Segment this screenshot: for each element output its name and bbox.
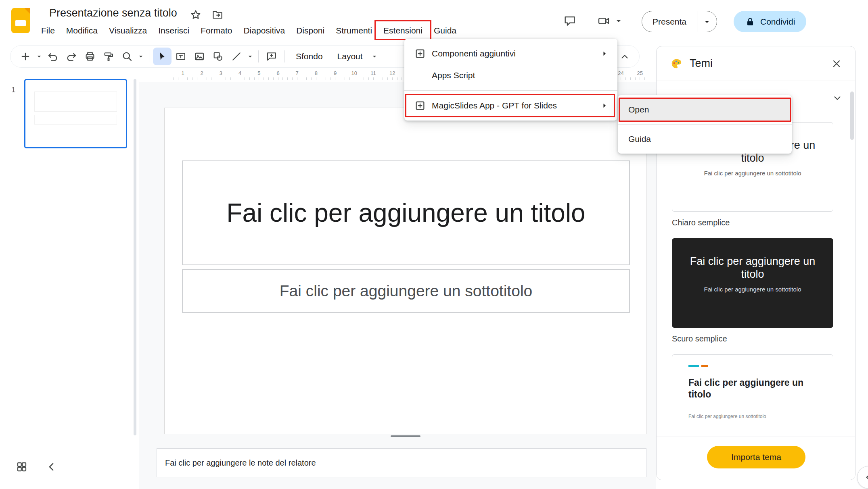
speaker-notes[interactable]: Fai clic per aggiungere le note del rela… <box>157 448 646 477</box>
zoom-caret-icon[interactable] <box>136 48 145 65</box>
grid-view-button[interactable] <box>12 457 31 477</box>
redo-button[interactable] <box>62 48 81 65</box>
zoom-button[interactable] <box>118 48 136 65</box>
menubar-item-file[interactable]: File <box>36 23 61 38</box>
submenu-item-open[interactable]: Open <box>618 98 792 121</box>
subtitle-placeholder[interactable]: Fai clic per aggiungere un sottotitolo <box>182 269 630 313</box>
ruler-number: 24 <box>618 70 623 76</box>
title-placeholder[interactable]: Fai clic per aggiungere un titolo <box>182 160 630 265</box>
share-button-label: Condividi <box>760 17 795 27</box>
menubar-item-modifica[interactable]: Modifica <box>61 23 103 38</box>
theme-accent-dash <box>688 365 699 367</box>
menubar-item-formato[interactable]: Formato <box>195 23 238 38</box>
themes-panel-scrollbar[interactable] <box>850 92 854 140</box>
submenu-arrow-icon <box>600 49 609 58</box>
ruler-number: 6 <box>276 70 279 76</box>
menubar-item-estensioni[interactable]: Estensioni <box>378 23 428 38</box>
submenu-arrow-icon <box>600 101 609 110</box>
magicslides-submenu: Open Guida <box>618 95 792 154</box>
insert-line-button[interactable] <box>227 48 246 65</box>
filmstrip-scrollbar[interactable] <box>134 79 136 435</box>
menubar-item-inserisci[interactable]: Inserisci <box>153 23 195 38</box>
insert-comment-button[interactable] <box>262 48 281 65</box>
present-button[interactable]: Presenta <box>642 11 697 32</box>
ruler-number: 8 <box>315 70 318 76</box>
undo-button[interactable] <box>44 48 62 65</box>
ruler-number: 25 <box>637 70 643 76</box>
menubar: File Modifica Visualizza Inserisci Forma… <box>36 22 462 40</box>
collapse-filmstrip-button[interactable] <box>42 457 61 477</box>
slides-logo[interactable] <box>11 8 30 33</box>
menu-item-label: MagicSlides App - GPT for Slides <box>432 101 600 110</box>
slide-canvas[interactable]: Fai clic per aggiungere un titolo Fai cl… <box>164 108 646 434</box>
theme-card-scuro-semplice[interactable]: Fai clic per aggiungere un titolo Fai cl… <box>672 238 833 328</box>
slides-logo-strip <box>15 20 26 26</box>
theme-accent-dash <box>701 365 708 367</box>
ruler-number: 5 <box>257 70 260 76</box>
chevron-down-icon <box>829 90 845 106</box>
speaker-notes-placeholder: Fai clic per aggiungere le note del rela… <box>165 458 316 468</box>
palette-icon <box>670 58 682 70</box>
move-folder-icon[interactable] <box>211 9 224 21</box>
menu-item-label: Apps Script <box>432 71 609 80</box>
select-tool-button[interactable] <box>153 48 172 65</box>
videocam-caret-icon[interactable] <box>613 12 625 30</box>
layout-button[interactable]: Layout <box>330 48 370 65</box>
themes-panel-header: Temi <box>657 46 855 81</box>
new-slide-caret-icon[interactable] <box>35 48 44 65</box>
star-icon[interactable] <box>190 9 202 21</box>
paint-format-button[interactable] <box>99 48 118 65</box>
menu-item-componenti-aggiuntivi[interactable]: Componenti aggiuntivi <box>404 43 617 65</box>
slide-number: 1 <box>11 85 16 94</box>
ruler-number: 7 <box>296 70 299 76</box>
present-options-button[interactable] <box>697 11 717 32</box>
extensions-menu: Componenti aggiuntivi Apps Script MagicS… <box>404 39 617 121</box>
ruler-number: 12 <box>389 70 395 76</box>
close-icon[interactable] <box>828 55 845 73</box>
insert-image-button[interactable] <box>190 48 209 65</box>
ruler-number: 2 <box>201 70 203 76</box>
theme-name-label: Scuro semplice <box>672 334 727 343</box>
print-button[interactable] <box>81 48 99 65</box>
apps-script-icon <box>414 69 426 81</box>
menu-separator <box>404 90 617 91</box>
menubar-item-guida[interactable]: Guida <box>428 23 462 38</box>
theme-name-label: Chiaro semplice <box>672 218 730 227</box>
theme-card-content: Fai clic per aggiungere un titolo Fai cl… <box>672 255 833 293</box>
slides-logo-fold <box>24 8 30 14</box>
thumbnail-subtitle-placeholder <box>34 115 117 124</box>
import-theme-button[interactable]: Importa tema <box>707 446 805 468</box>
menubar-item-estensioni-label: Estensioni <box>383 26 422 35</box>
share-button[interactable]: Condividi <box>734 11 806 32</box>
present-split-button: Presenta <box>642 11 717 32</box>
toolbar-separator <box>284 50 285 62</box>
insert-shape-button[interactable] <box>209 48 227 65</box>
line-caret-icon[interactable] <box>246 48 255 65</box>
comments-button[interactable] <box>561 12 579 30</box>
magicslides-icon <box>414 100 426 112</box>
expand-panel-button[interactable] <box>857 466 868 489</box>
themes-panel-footer: Importa tema <box>657 437 855 480</box>
menubar-item-diapositiva[interactable]: Diapositiva <box>238 23 291 38</box>
menu-item-magicslides[interactable]: MagicSlides App - GPT for Slides <box>404 95 617 117</box>
themes-panel-title: Temi <box>690 57 713 70</box>
videocam-icon[interactable] <box>595 12 613 30</box>
menubar-item-strumenti[interactable]: Strumenti <box>330 23 378 38</box>
menubar-item-disponi[interactable]: Disponi <box>291 23 330 38</box>
text-box-button[interactable] <box>172 48 190 65</box>
theme-card-subtitle: Fai clic per aggiungere un sottotitolo <box>672 170 833 177</box>
notes-splitter-handle[interactable] <box>391 435 420 437</box>
ruler-number: 1 <box>181 70 184 76</box>
collapse-toolbar-button[interactable] <box>616 48 634 66</box>
document-title[interactable]: Presentazione senza titolo <box>49 7 177 19</box>
slide-thumbnail[interactable] <box>24 79 127 148</box>
theme-card-title: Fai clic per aggiungere un titolo <box>686 255 819 281</box>
layout-caret-icon[interactable] <box>370 48 379 65</box>
submenu-item-guida[interactable]: Guida <box>618 128 792 150</box>
menu-item-apps-script[interactable]: Apps Script <box>404 65 617 86</box>
menubar-item-visualizza[interactable]: Visualizza <box>103 23 153 38</box>
background-button[interactable]: Sfondo <box>289 48 330 65</box>
theme-card-subtitle: Fai clic per aggiungere un sottotitolo <box>688 414 766 419</box>
subtitle-placeholder-text: Fai clic per aggiungere un sottotitolo <box>280 282 533 300</box>
new-slide-button[interactable] <box>16 48 35 65</box>
